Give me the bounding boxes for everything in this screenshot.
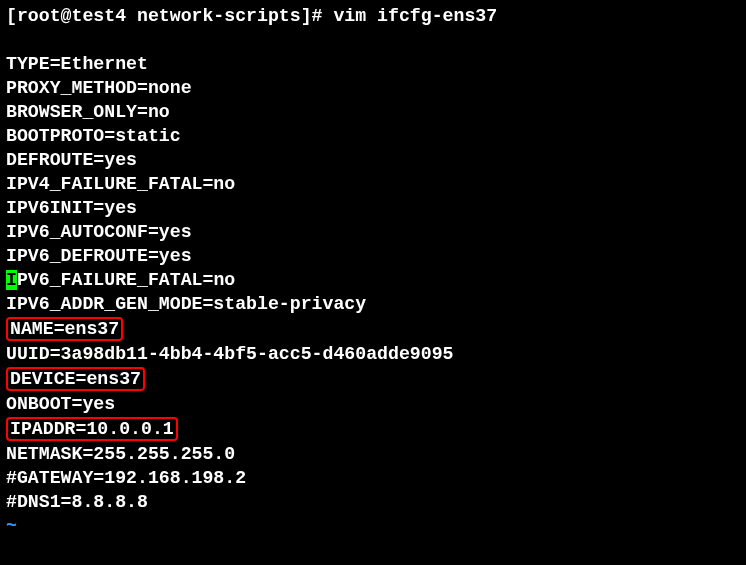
config-line-type: TYPE=Ethernet <box>6 52 740 76</box>
config-line-proxy-method: PROXY_METHOD=none <box>6 76 740 100</box>
config-line-netmask: NETMASK=255.255.255.0 <box>6 442 740 466</box>
shell-prompt-line: [root@test4 network-scripts]# vim ifcfg-… <box>6 4 740 28</box>
config-line-ipv6init: IPV6INIT=yes <box>6 196 740 220</box>
highlight-box-ipaddr: IPADDR=10.0.0.1 <box>6 417 178 441</box>
config-line-dns1: #DNS1=8.8.8.8 <box>6 490 740 514</box>
vim-tilde-line: ~ <box>6 514 740 538</box>
shell-command: vim ifcfg-ens37 <box>333 6 497 26</box>
highlight-box-device: DEVICE=ens37 <box>6 367 145 391</box>
config-line-bootproto: BOOTPROTO=static <box>6 124 740 148</box>
config-line-ipv4-failure-fatal: IPV4_FAILURE_FATAL=no <box>6 172 740 196</box>
cursor: I <box>6 270 17 290</box>
shell-prompt: [root@test4 network-scripts]# <box>6 6 333 26</box>
highlight-box-name: NAME=ens37 <box>6 317 123 341</box>
config-line-device: DEVICE=ens37 <box>6 366 740 392</box>
config-line-onboot: ONBOOT=yes <box>6 392 740 416</box>
config-line-browser-only: BROWSER_ONLY=no <box>6 100 740 124</box>
config-line-name: NAME=ens37 <box>6 316 740 342</box>
config-line-ipv6-addr-gen-mode: IPV6_ADDR_GEN_MODE=stable-privacy <box>6 292 740 316</box>
config-line-ipv6-autoconf: IPV6_AUTOCONF=yes <box>6 220 740 244</box>
config-line-gateway: #GATEWAY=192.168.198.2 <box>6 466 740 490</box>
blank-line <box>6 28 740 52</box>
config-line-ipaddr: IPADDR=10.0.0.1 <box>6 416 740 442</box>
config-line-ipv6-defroute: IPV6_DEFROUTE=yes <box>6 244 740 268</box>
config-text-rest: PV6_FAILURE_FATAL=no <box>17 270 235 290</box>
config-line-uuid: UUID=3a98db11-4bb4-4bf5-acc5-d460adde909… <box>6 342 740 366</box>
config-line-ipv6-failure-fatal: IPV6_FAILURE_FATAL=no <box>6 268 740 292</box>
config-line-defroute: DEFROUTE=yes <box>6 148 740 172</box>
